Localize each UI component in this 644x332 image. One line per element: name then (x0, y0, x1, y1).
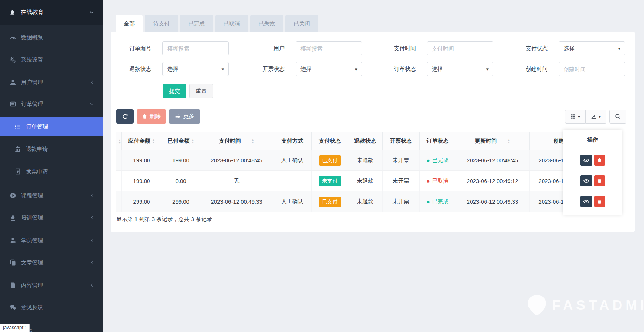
col-header-pay-time[interactable]: 支付时间▲▼ (200, 132, 273, 150)
fastadmin-logo-icon (528, 295, 546, 316)
tachometer-icon (10, 34, 16, 41)
cell-refund-status: 未退款 (348, 171, 382, 191)
ops-row (563, 170, 622, 191)
sidebar-item-feedback[interactable]: 意见反馈 (0, 297, 103, 318)
trash-icon (142, 114, 147, 119)
status-tabs: 全部 待支付 已完成 已取消 已失效 已关闭 (116, 15, 318, 32)
status-dot-icon: ● (426, 178, 430, 184)
col-header-update-time[interactable]: 更新时间▲▼ (456, 132, 529, 150)
view-button[interactable] (580, 175, 592, 186)
user-input[interactable] (296, 41, 362, 55)
submit-button[interactable]: 提交 (163, 84, 186, 98)
refresh-button[interactable] (116, 109, 134, 124)
sidebar-item-student-management[interactable]: 学员管理 (0, 230, 103, 251)
cell-pay-time: 2023-06-12 00:48:45 (200, 150, 273, 171)
table-tools-group: ▾ ▾ (565, 110, 606, 124)
user-label: 用户 (255, 45, 285, 52)
chevron-left-icon (90, 283, 94, 287)
cell-update-time: 2023-06-12 00:49:33 (456, 191, 529, 212)
ink-icon (9, 9, 16, 15)
copy-icon (10, 259, 16, 266)
sidebar-item-system-settings[interactable]: 系统设置 (0, 49, 103, 70)
bank-icon (14, 146, 21, 152)
cell-invoice-status: 未开票 (382, 171, 419, 191)
comments-icon (10, 304, 16, 311)
tab-closed[interactable]: 已关闭 (285, 15, 318, 32)
col-header-invoice-status: 开票状态 (382, 132, 419, 150)
watermark-text: FASTADMIN (552, 298, 644, 313)
delete-row-button[interactable] (594, 155, 605, 166)
newspaper-icon (10, 101, 16, 107)
export-button[interactable]: ▾ (586, 110, 606, 124)
ink-icon (10, 214, 16, 221)
app-root: { "colors": { "sidebar_bg": "#232b36", "… (0, 0, 644, 332)
tab-completed[interactable]: 已完成 (180, 15, 213, 32)
table-header-row: ▲▼ 应付金额▲▼ 已付金额▲▼ 支付时间▲▼ 支付方式 支付状态 退款状态 开… (116, 132, 622, 150)
delete-row-button[interactable] (594, 196, 605, 207)
sidebar-item-content-management[interactable]: 内容管理 (0, 275, 103, 295)
pay-status-label: 支付状态 (518, 45, 548, 52)
app-logo[interactable]: 在线教育 (0, 0, 103, 25)
order-status-select[interactable]: 选择 ▾ (427, 62, 493, 76)
more-button[interactable]: 更多 (169, 109, 200, 124)
sidebar-item-order-management[interactable]: 订单管理 (0, 94, 103, 114)
main-content: 全部 待支付 已完成 已取消 已失效 已关闭 订单编号 用户 支付时间 支付状态… (103, 0, 644, 332)
cell-pay-time: 无 (200, 171, 273, 191)
col-header-amount-due[interactable]: 应付金额▲▼ (121, 132, 162, 150)
browser-status-tooltip: javascript:; (0, 324, 30, 332)
cell-update-time: 2023-06-12 00:49:12 (456, 171, 529, 191)
view-button[interactable] (580, 196, 592, 207)
delete-row-button[interactable] (594, 175, 605, 186)
view-button[interactable] (580, 155, 592, 166)
pay-status-select[interactable]: 选择 ▾ (559, 41, 625, 55)
app-title: 在线教育 (20, 8, 44, 16)
sort-icon: ▲▼ (507, 139, 510, 144)
col-header-id[interactable]: ▲▼ (116, 132, 121, 150)
columns-button[interactable]: ▾ (565, 110, 586, 124)
sidebar-item-training-management[interactable]: 培训管理 (0, 207, 103, 228)
create-time-label: 创建时间 (518, 66, 548, 73)
chevron-left-icon (90, 193, 94, 198)
tab-pending-payment[interactable]: 待支付 (145, 15, 178, 32)
col-header-amount-paid[interactable]: 已付金额▲▼ (162, 132, 200, 150)
pagination-summary: 显示第 1 到第 3 条记录，总共 3 条记录 (116, 216, 212, 223)
cell-amount-due: 299.00 (121, 191, 162, 212)
cell-amount-due: 199.00 (121, 171, 162, 191)
invoice-status-select[interactable]: 选择 ▾ (296, 62, 362, 76)
sidebar-item-user-management[interactable]: 用户管理 (0, 72, 103, 93)
sidebar-item-dashboard[interactable]: 数据概览 (0, 27, 103, 48)
order-no-input[interactable] (162, 41, 229, 55)
sidebar-item-article-management[interactable]: 文章管理 (0, 252, 103, 273)
list-icon (14, 123, 21, 130)
cell-pay-method (273, 171, 311, 191)
col-header-order-status: 订单状态 (419, 132, 456, 150)
refresh-icon (122, 114, 128, 120)
sidebar-subitem-refund-request[interactable]: 退款申请 (0, 139, 103, 159)
sidebar-subitem-invoice-request[interactable]: 发票申请 (0, 161, 103, 182)
content-card: 订单编号 用户 支付时间 支付状态 选择 ▾ 退款状态 选择 ▾ (111, 32, 635, 232)
table-search-button[interactable] (609, 110, 626, 124)
sidebar-subitem-order-list[interactable]: 订单管理 (0, 117, 103, 136)
invoice-status-label: 开票状态 (255, 66, 285, 73)
trash-icon (597, 199, 602, 204)
tab-all[interactable]: 全部 (116, 15, 143, 32)
chevron-down-icon (89, 10, 94, 15)
delete-button[interactable]: 删除 (137, 109, 166, 124)
trash-icon (597, 179, 602, 183)
table-row: 199.00 0.00 无 未支付 未退款 未开票 ●已取消 2023-06-1… (116, 171, 622, 191)
pay-time-input[interactable] (427, 41, 493, 55)
sidebar-item-course-management[interactable]: 课程管理 (0, 185, 103, 206)
refund-status-label: 退款状态 (122, 66, 151, 73)
caret-down-icon: ▾ (355, 66, 357, 72)
tab-expired[interactable]: 已失效 (250, 15, 283, 32)
reset-button[interactable]: 重置 (189, 84, 213, 98)
order-no-label: 订单编号 (122, 45, 151, 52)
create-time-input[interactable] (559, 62, 625, 76)
tab-cancelled[interactable]: 已取消 (215, 15, 248, 32)
refund-status-select[interactable]: 选择 ▾ (162, 62, 229, 76)
file-icon (10, 282, 16, 288)
watermark: FASTADMIN (528, 295, 644, 316)
caret-down-icon: ▾ (578, 114, 580, 119)
ops-header: 操作 (563, 130, 622, 150)
caret-down-icon: ▾ (618, 46, 620, 51)
